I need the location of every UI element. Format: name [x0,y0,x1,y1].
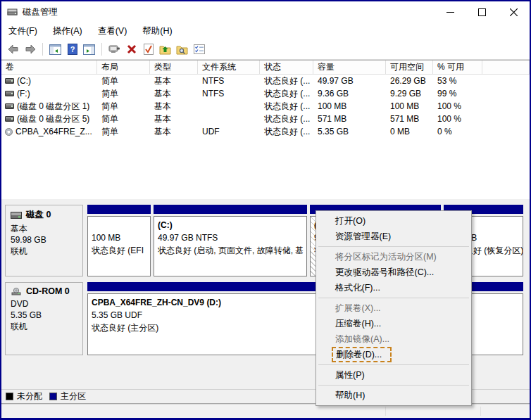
volume-name: CPBA_X64FRE_Z... [15,127,92,136]
cdrom-drive-icon [11,288,22,295]
column-header-type[interactable]: 类型 [150,61,198,74]
menu-separator [318,385,469,386]
partition-label: (C:) [158,219,303,231]
table-row[interactable]: (F:) 简单 基本 NTFS 状态良好 (... 9.36 GB 9.29 G… [1,87,530,100]
partition-size: 100 MB [92,231,146,244]
cell: 状态良好 (... [260,100,313,113]
cell: 26.29 GB [386,75,433,87]
menu-separator [318,364,469,365]
menu-view[interactable]: 查看(V) [98,25,127,37]
cell [198,113,260,125]
menu-help[interactable]: 帮助(H) [142,25,172,37]
menu-item-delete-volume-label: 删除卷(D)... [336,350,382,359]
cell: 基本 [150,75,198,87]
status-divider [385,407,386,416]
cell: 0 % [433,125,482,138]
column-header-free-space[interactable]: 可用空间 [386,61,433,74]
table-row[interactable]: (C:) 简单 基本 NTFS 状态良好 (... 49.97 GB 26.29… [1,75,530,87]
launch-console-icon[interactable] [108,44,120,56]
cell: 571 MB [313,113,386,125]
drive-icon [5,103,14,109]
validate-icon[interactable] [142,44,154,56]
cell: 100 % [433,100,482,113]
cdrom-size: 5.35 GB [11,310,77,321]
disk-0-header-panel[interactable]: 磁盘 0 基本 59.98 GB 联机 [5,205,83,276]
title-bar: 磁盘管理 [1,1,530,23]
cdrom-0-header-panel[interactable]: CD-ROM 0 DVD 5.35 GB 联机 [5,282,83,355]
cell: 简单 [97,100,150,113]
status-bar [1,404,530,418]
partition-c[interactable]: (C:) 49.97 GB NTFS 状态良好 (启动, 页面文件, 故障转储,… [154,205,307,278]
column-header-layout[interactable]: 布局 [97,61,150,74]
toolbar: ? [1,39,530,60]
cell: 571 MB [386,113,433,125]
menu-item-open[interactable]: 打开(O) [317,213,470,229]
column-header-filesystem[interactable]: 文件系统 [198,61,260,74]
cell [198,100,260,113]
menu-item-mark-active: 将分区标记为活动分区(M) [317,249,470,265]
disk-type: 基本 [11,223,77,234]
table-row[interactable]: (磁盘 0 磁盘分区 1) 简单 基本 状态良好 (... 100 MB 100… [1,100,530,113]
disk-management-app-icon [7,6,18,18]
menu-item-delete-volume[interactable]: 删除卷(D)... [317,347,470,362]
menu-action[interactable]: 操作(A) [53,25,82,37]
volume-context-menu: 打开(O) 资源管理器(E) 将分区标记为活动分区(M) 更改驱动器号和路径(C… [316,210,472,406]
window-title: 磁盘管理 [23,6,58,18]
cell: 5.35 GB [313,125,386,138]
maximize-button[interactable] [466,1,498,23]
delete-volume-annotation-box: 删除卷(D)... [332,347,392,362]
status-divider [480,407,481,416]
close-button[interactable] [498,1,530,23]
cell: 状态良好 (... [260,125,313,138]
back-icon[interactable] [7,44,19,56]
disk-status: 联机 [11,246,77,257]
table-row[interactable]: CPBA_X64FRE_Z... 简单 基本 UDF 状态良好 (... 5.3… [1,125,530,138]
show-console-tree-icon[interactable] [49,44,61,56]
primary-partition-swatch [49,393,57,400]
disk-name: 磁盘 0 [26,209,51,221]
cell: 简单 [97,113,150,125]
properties-list-icon[interactable] [193,44,205,56]
column-header-pct-free[interactable]: % 可用 [433,61,482,74]
cell: NTFS [198,87,260,100]
legend-primary-partition: 主分区 [49,390,86,402]
volume-list: 卷 布局 类型 文件系统 状态 容量 可用空间 % 可用 (C:) 简单 基本 … [1,61,530,199]
forward-icon[interactable] [24,44,36,56]
menu-item-change-letter[interactable]: 更改驱动器号和路径(C)... [317,265,470,280]
menu-item-shrink-volume[interactable]: 压缩卷(H)... [317,316,470,331]
explore-folder-icon[interactable] [176,44,188,56]
cell: 状态良好 (... [260,75,313,87]
volume-name: (磁盘 0 磁盘分区 5) [17,113,89,125]
table-row[interactable]: (磁盘 0 磁盘分区 5) 简单 基本 状态良好 (... 571 MB 571… [1,113,530,125]
column-header-filler [482,61,530,74]
drive-icon [5,91,14,96]
column-header-capacity[interactable]: 容量 [313,61,386,74]
column-header-status[interactable]: 状态 [260,61,313,74]
cell: 基本 [150,87,198,100]
disk-icon [11,212,22,219]
menu-item-explorer[interactable]: 资源管理器(E) [317,229,470,244]
cdrom-status: 联机 [11,321,77,332]
menu-item-add-mirror: 添加镜像(A)... [317,331,470,347]
partition-efi[interactable]: 100 MB 状态良好 (EFI [87,205,151,278]
menu-item-help[interactable]: 帮助(H) [317,388,470,403]
disk-size: 59.98 GB [11,234,77,246]
delete-icon[interactable] [125,44,137,56]
volume-name: (磁盘 0 磁盘分区 1) [17,101,89,113]
cell: 基本 [150,100,198,113]
column-header-volume[interactable]: 卷 [1,61,97,74]
cell: 基本 [150,113,198,125]
cell: 0 MB [386,125,433,138]
show-action-pane-icon[interactable] [83,44,95,56]
menu-file[interactable]: 文件(F) [8,25,37,37]
partition-label [92,219,146,231]
legend-label: 主分区 [61,390,86,402]
cell: 状态良好 (... [260,113,313,125]
open-parent-folder-icon[interactable] [159,44,171,56]
help-icon[interactable]: ? [66,44,78,56]
menu-item-format[interactable]: 格式化(F)... [317,280,470,295]
menu-item-properties[interactable]: 属性(P) [317,367,470,383]
volume-name: (C:) [17,76,31,86]
cell: 100 % [433,113,482,125]
minimize-button[interactable] [435,1,466,23]
